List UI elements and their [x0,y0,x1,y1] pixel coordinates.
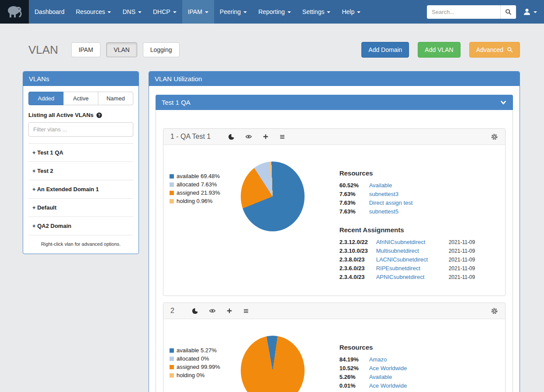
resource-pct: 7.63% [340,191,367,197]
legend-label: allocated 0% [177,355,209,362]
assignment-cidr: 2.3.12.0/22 [340,239,373,245]
toggle-added[interactable]: Added [28,92,64,105]
assignment-date: 2021-11-09 [449,257,499,263]
add-vlan-button[interactable]: Add VLAN [418,42,460,58]
tab-vlan[interactable]: VLAN [106,42,137,57]
vlan-filter-input[interactable] [28,122,133,137]
pie-legend: available 5.27% allocated 0% assigned 99… [170,330,241,392]
eye-icon[interactable] [245,134,252,140]
help-icon[interactable]: ? [96,112,102,118]
resource-row: 5.26%Available [340,374,499,380]
resource-pct: 5.26% [340,374,367,380]
pie-chart-icon[interactable] [228,134,235,140]
plus-icon[interactable] [226,308,232,314]
vlan-card-2-body: available 5.27% allocated 0% assigned 99… [163,319,505,392]
resource-link[interactable]: Available [369,182,499,189]
legend-item: allocated 0% [170,355,241,362]
legend-label: holding 0% [177,372,204,378]
sidebar-footer-note: Right-click vlan for advanced options. [28,235,133,250]
nav-reporting[interactable]: Reporting [253,0,297,24]
legend-swatch-holding [170,199,174,203]
gear-icon[interactable] [491,307,498,315]
search-button[interactable] [500,5,516,19]
plus-icon[interactable] [263,134,269,140]
legend-swatch-allocated [170,182,174,187]
mammoth-logo-icon [5,4,24,19]
legend-label: assigned 99.99% [177,364,220,370]
assignment-row: 2.3.4.0/23APNICsubnetdirect2021-11-09 [340,274,499,280]
assignment-row: 2.3.10.0/23Multisubnetdirect2021-11-09 [340,248,499,254]
resource-link[interactable]: Available [369,374,499,380]
resource-link[interactable]: Direct assign test [369,199,499,206]
legend-item: allocated 7.63% [170,181,241,188]
user-menu[interactable] [523,8,537,16]
vlan-list-item[interactable]: + QA2 Domain [28,217,133,235]
nav-help[interactable]: Help [336,0,366,24]
assignment-date: 2021-11-09 [449,265,499,272]
assignment-cidr: 2.3.8.0/23 [340,256,373,263]
domain-section-header[interactable]: Test 1 QA [156,95,513,110]
toggle-named[interactable]: Named [98,92,133,105]
chevron-down-icon [534,11,537,13]
recent-assignments: Recent Assignments 2.3.12.0/22AfriNICsub… [340,226,499,280]
vlan-list-item[interactable]: + Default [28,199,133,217]
gear-icon[interactable] [491,133,498,141]
advanced-button[interactable]: Advanced [469,42,520,58]
chevron-down-icon [173,11,177,13]
assignment-link[interactable]: RIPEsubnetdirect [376,265,445,272]
nav-resources[interactable]: Resources [70,0,117,24]
nav-dhcp[interactable]: DHCP [147,0,182,24]
legend-swatch-assigned [170,191,174,195]
resources-heading: Resources [340,344,499,351]
add-vlan-label: Add VLAN [425,46,453,53]
eye-icon[interactable] [209,308,216,314]
nav-dashboard[interactable]: Dashboard [29,0,70,24]
add-domain-button[interactable]: Add Domain [361,42,409,58]
tab-logging[interactable]: Logging [143,42,180,57]
list-icon[interactable] [279,134,285,140]
resource-link[interactable]: subnettest5 [369,208,499,215]
resource-link[interactable]: Ace Worldwide [369,365,499,371]
legend-label: allocated 7.63% [177,181,217,188]
tab-ipam[interactable]: IPAM [71,42,100,57]
nav-settings[interactable]: Settings [297,0,336,24]
search-icon [505,9,512,15]
vlan-card-title: 1 - QA Test 1 [170,133,211,141]
advanced-label: Advanced [476,46,503,53]
vlan-list-item[interactable]: + Test 1 QA [28,144,133,162]
card-icon-group [192,308,249,314]
list-icon[interactable] [243,308,249,314]
toggle-active[interactable]: Active [63,92,99,105]
nav-peering[interactable]: Peering [214,0,253,24]
vlan-list-item[interactable]: + Test 2 [28,162,133,180]
assignment-link[interactable]: APNICsubnetdirect [376,274,445,280]
assignment-date: 2021-11-09 [449,248,499,254]
assignment-row: 2.3.6.0/23RIPEsubnetdirect2021-11-09 [340,265,499,272]
pie-chart-icon[interactable] [192,308,198,314]
nav-ipam[interactable]: IPAM [182,0,214,24]
assignment-link[interactable]: AfriNICsubnetdirect [376,239,445,245]
listing-label: Listing all Active VLANs ? [28,112,133,118]
resource-link[interactable]: Ace Worldwide [369,382,499,389]
nav-dns[interactable]: DNS [117,0,147,24]
navbar-right [427,0,544,24]
assignment-cidr: 2.3.10.0/23 [340,248,373,254]
search-input[interactable] [427,5,500,19]
resource-link[interactable]: Amazo [369,356,499,363]
vlan-list-item[interactable]: + An Extended Domain 1 [28,180,133,199]
legend-item: assigned 21.93% [170,189,241,196]
app-logo[interactable] [0,0,29,24]
chevron-down-icon [205,11,208,13]
vlan-card-2: 2 [163,303,506,392]
nav-label: Resources [76,8,105,15]
assignment-cidr: 2.3.6.0/23 [340,265,373,272]
assignment-link[interactable]: LACNICsubnetdirect [376,256,445,263]
vlan-card-1-header: 1 - QA Test 1 [163,129,505,145]
vlan-card-2-header: 2 [163,303,505,319]
chevron-down-icon[interactable] [500,100,507,106]
main-nav: Dashboard Resources DNS DHCP IPAM Peerin… [29,0,366,24]
utilization-pie-chart [241,162,305,231]
resource-link[interactable]: subnettest3 [369,191,499,197]
assignment-cidr: 2.3.4.0/23 [340,274,373,280]
assignment-link[interactable]: Multisubnetdirect [376,248,445,254]
